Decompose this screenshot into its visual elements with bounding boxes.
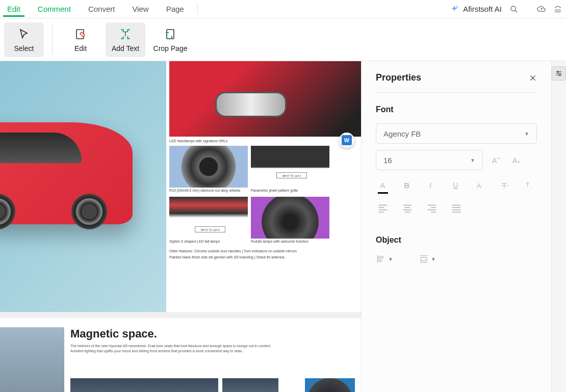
align-left-button[interactable] [376, 201, 390, 215]
cursor-icon [17, 27, 31, 41]
font-size-select[interactable]: 16▼ [376, 150, 483, 170]
ai-brand-label: Afirstsoft AI [463, 5, 502, 13]
tool-edit[interactable]: Edit [61, 22, 100, 57]
svg-text:A: A [492, 156, 497, 165]
align-right-button[interactable] [425, 201, 439, 215]
svg-text:▲: ▲ [497, 156, 500, 160]
svg-line-1 [515, 10, 517, 12]
word-icon: W [342, 135, 352, 145]
svg-text:▼: ▼ [518, 160, 521, 164]
tab-convert[interactable]: Convert [84, 2, 119, 16]
increase-font-button[interactable]: A▲ [488, 152, 503, 168]
puddle-image [251, 197, 329, 239]
object-align-button[interactable]: ▼ [376, 254, 393, 264]
license-plate-rear: MH 47 TC 124 3 [195, 226, 225, 232]
cloud-upload-icon[interactable] [536, 4, 547, 14]
properties-panel: Properties Font Agency FB▼ 16▼ A▲ A▼ A B… [361, 61, 566, 392]
steering-image [305, 378, 355, 392]
tool-select[interactable]: Select [4, 22, 44, 57]
svg-text:B: B [404, 181, 409, 190]
svg-rect-40 [421, 257, 427, 261]
grille-image: MH 47 TC 124 3 [251, 146, 329, 188]
panel-toggle-button[interactable] [552, 66, 566, 81]
page1-footer2: Painted black finish side sill garnish w… [169, 255, 361, 260]
ai-brand[interactable]: Afirstsoft AI [450, 5, 502, 14]
tab-page[interactable]: Page [162, 2, 188, 16]
svg-text:T: T [123, 30, 127, 38]
svg-rect-4 [167, 30, 174, 39]
tool-crop-page[interactable]: Crop Page [150, 22, 190, 57]
svg-text:T: T [526, 181, 530, 189]
svg-point-0 [511, 6, 516, 11]
align-center-button[interactable] [400, 201, 415, 215]
svg-text:I: I [429, 181, 431, 190]
strikethrough-button[interactable]: T [498, 178, 512, 193]
svg-text:A: A [477, 182, 481, 190]
menu-icon[interactable] [553, 4, 563, 14]
align-justify-button[interactable] [449, 201, 464, 215]
grille-caption: Parametric jewel pattern grille [251, 189, 329, 192]
svg-text:A: A [380, 181, 385, 190]
seats-image-2 [222, 378, 278, 392]
tool-add-text[interactable]: T Add Text [106, 22, 145, 57]
tab-comment[interactable]: Comment [34, 2, 75, 16]
font-family-select[interactable]: Agency FB▼ [376, 123, 537, 144]
chevron-down-icon: ▼ [388, 256, 393, 262]
main-tabs: Edit Comment Convert View Page Afirstsof… [0, 0, 566, 18]
search-icon[interactable] [509, 4, 519, 14]
page2-subtitle: The interiors of the new Hyundai i20 mes… [70, 344, 355, 354]
document-canvas[interactable]: LED headlamps with signature DRLs R16 (D… [0, 61, 361, 392]
wheel-image [169, 146, 248, 188]
panel-title: Properties [376, 72, 421, 83]
underline-button[interactable]: U [449, 178, 464, 193]
svg-rect-38 [379, 256, 383, 258]
decrease-font-button[interactable]: A▼ [508, 152, 524, 168]
font-section-label: Font [376, 105, 537, 114]
headlamp-caption: LED headlamps with signature DRLs [169, 139, 361, 143]
svg-text:↓: ↓ [531, 186, 532, 190]
svg-text:T: T [502, 181, 506, 190]
interior-hero-image [0, 327, 64, 392]
edit-page-icon [73, 27, 88, 41]
chevron-down-icon: ▼ [431, 256, 436, 262]
object-section-label: Object [376, 236, 537, 245]
svg-point-46 [557, 71, 559, 72]
rear-image: MH 47 TC 124 3 [169, 197, 248, 239]
sparkle-icon [450, 5, 459, 14]
object-distribute-button[interactable]: ▼ [419, 254, 436, 264]
edit-toolbar: Select Edit T Add Text Crop Page [0, 18, 566, 61]
document-page-2: Magnetic space. The interiors of the new… [0, 318, 361, 392]
svg-rect-39 [379, 260, 381, 262]
svg-text:↑: ↑ [482, 181, 483, 185]
tab-view[interactable]: View [128, 2, 152, 16]
font-color-button[interactable]: A [376, 178, 390, 193]
svg-text:U: U [453, 181, 458, 189]
tab-edit[interactable]: Edit [3, 2, 24, 16]
svg-text:A: A [512, 156, 518, 165]
page2-title: Magnetic space. [70, 327, 355, 341]
chevron-down-icon: ▼ [524, 131, 529, 137]
rear-caption: Stylish Z-shaped LED tail lamps [169, 240, 248, 243]
svg-point-47 [559, 74, 561, 76]
subscript-button[interactable]: T↓ [523, 178, 537, 193]
crop-icon [163, 27, 177, 41]
hero-car-image [0, 61, 166, 312]
wheel-caption: R16 (Dim40.6 mm) diamond cut alloy wheel… [169, 189, 248, 192]
document-page-1: LED headlamps with signature DRLs R16 (D… [0, 61, 361, 312]
seats-image-1 [70, 378, 218, 392]
license-plate: MH 47 TC 124 3 [276, 172, 307, 178]
headlamp-image [169, 61, 361, 137]
close-panel-button[interactable] [529, 74, 537, 82]
word-export-badge[interactable]: W [339, 133, 354, 148]
bold-button[interactable]: B [400, 178, 415, 193]
add-text-icon: T [118, 27, 133, 41]
italic-button[interactable]: I [425, 178, 439, 193]
puddle-caption: Puddle lamps with welcome function [251, 240, 329, 243]
superscript-button[interactable]: A↑ [474, 178, 488, 193]
page1-footer1: Other features: Chrome outside door hand… [169, 249, 361, 254]
panel-rail [551, 61, 566, 392]
chevron-down-icon: ▼ [470, 158, 475, 163]
